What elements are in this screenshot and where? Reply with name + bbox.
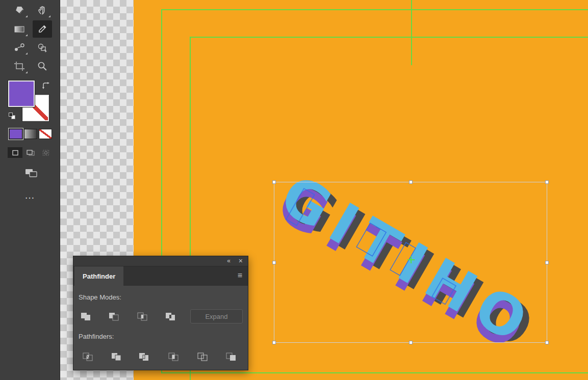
selection-handle-sw[interactable]	[272, 341, 276, 344]
pathfinder-minus-back-button[interactable]	[223, 349, 239, 364]
intersect-icon	[137, 312, 147, 321]
pathfinder-trim-button[interactable]	[109, 349, 124, 364]
swap-fill-stroke-icon[interactable]	[42, 82, 49, 91]
pathfinder-merge-button[interactable]	[136, 349, 151, 364]
outline-icon	[197, 352, 208, 361]
selection-handle-n[interactable]	[409, 180, 413, 184]
screen-mode-button[interactable]	[22, 167, 41, 179]
screen-mode-icon	[24, 167, 39, 178]
guide-vertical-center-segment	[411, 0, 412, 65]
eyedropper-icon	[36, 23, 48, 35]
blend-tool[interactable]	[10, 39, 29, 56]
none-indicator	[39, 129, 52, 139]
collapse-panel-icon[interactable]: «	[227, 257, 231, 264]
close-panel-icon[interactable]: ×	[239, 257, 243, 265]
pathfinder-crop-button[interactable]	[166, 349, 181, 364]
zoom-tool[interactable]	[33, 58, 52, 75]
artboard-tool[interactable]	[10, 58, 29, 75]
selection-handle-ne[interactable]	[545, 180, 549, 184]
unite-icon	[81, 312, 91, 321]
draw-inside-icon	[42, 149, 50, 156]
crop-icon	[168, 352, 178, 361]
selection-handle-nw[interactable]	[272, 180, 276, 184]
app-window: GITIHO GITIHO GITIHO	[0, 0, 588, 380]
expand-button[interactable]: Expand	[190, 309, 243, 323]
draw-normal-mode-button[interactable]	[8, 147, 22, 158]
artboard-center-mark	[411, 256, 412, 263]
shape-modes-label: Shape Modes:	[79, 293, 121, 301]
guide-horizontal-outer-top	[161, 9, 588, 10]
artboard-icon	[13, 61, 25, 72]
pathfinders-label: Pathfinders:	[79, 333, 114, 340]
pathfinder-divide-button[interactable]	[80, 349, 95, 364]
selection-handle-se[interactable]	[545, 341, 549, 344]
none-fill-button[interactable]	[39, 129, 52, 139]
panel-body: Shape Modes:	[73, 286, 248, 370]
gradient-tool[interactable]	[10, 20, 29, 38]
zoom-icon	[36, 61, 48, 72]
guide-horizontal-inner-top	[190, 37, 588, 38]
panel-title: Pathfinder	[83, 273, 115, 280]
shape-mode-exclude-button[interactable]	[163, 309, 178, 323]
trim-icon	[111, 352, 121, 361]
shape-builder-icon	[36, 42, 48, 52]
panel-titlebar: « ×	[73, 256, 248, 266]
tools-panel: …	[0, 0, 60, 380]
divide-icon	[83, 352, 93, 361]
draw-inside-mode-button[interactable]	[38, 147, 53, 158]
tab-pathfinder[interactable]: Pathfinder	[74, 266, 123, 286]
minus-front-icon	[109, 312, 119, 321]
merge-icon	[139, 352, 149, 361]
gradient-icon	[13, 24, 25, 34]
eraser-tool[interactable]	[10, 2, 29, 19]
draw-behind-icon	[26, 149, 35, 156]
draw-normal-icon	[11, 149, 19, 156]
hand-tool[interactable]	[33, 2, 52, 19]
selection-handle-w[interactable]	[272, 261, 276, 264]
shape-mode-intersect-button[interactable]	[135, 309, 150, 323]
selection-handle-s[interactable]	[409, 341, 413, 344]
minus-back-icon	[226, 352, 236, 361]
eraser-icon	[13, 5, 25, 15]
hand-icon	[37, 5, 48, 15]
shape-mode-minus-front-button[interactable]	[106, 309, 121, 323]
gradient-fill-button[interactable]	[24, 129, 37, 139]
edit-toolbar-ellipsis[interactable]: …	[24, 189, 36, 201]
fill-color-well[interactable]	[8, 80, 35, 107]
selection-handle-e[interactable]	[545, 261, 549, 264]
shape-builder-tool[interactable]	[33, 39, 52, 56]
color-fill-button[interactable]	[9, 129, 22, 139]
blend-icon	[13, 42, 25, 52]
pathfinder-panel: « × Pathfinder ≡ Shape Modes:	[73, 256, 248, 370]
panel-menu-icon[interactable]: ≡	[238, 271, 242, 280]
default-fill-stroke-icon[interactable]	[8, 112, 16, 122]
pathfinder-outline-button[interactable]	[195, 349, 210, 364]
panel-tab-bar: Pathfinder ≡	[73, 266, 248, 286]
eyedropper-tool[interactable]	[33, 20, 52, 38]
exclude-icon	[165, 312, 175, 321]
shape-mode-unite-button[interactable]	[78, 309, 93, 323]
draw-behind-mode-button[interactable]	[23, 147, 38, 158]
guide-horizontal-outer-bottom	[161, 372, 588, 373]
